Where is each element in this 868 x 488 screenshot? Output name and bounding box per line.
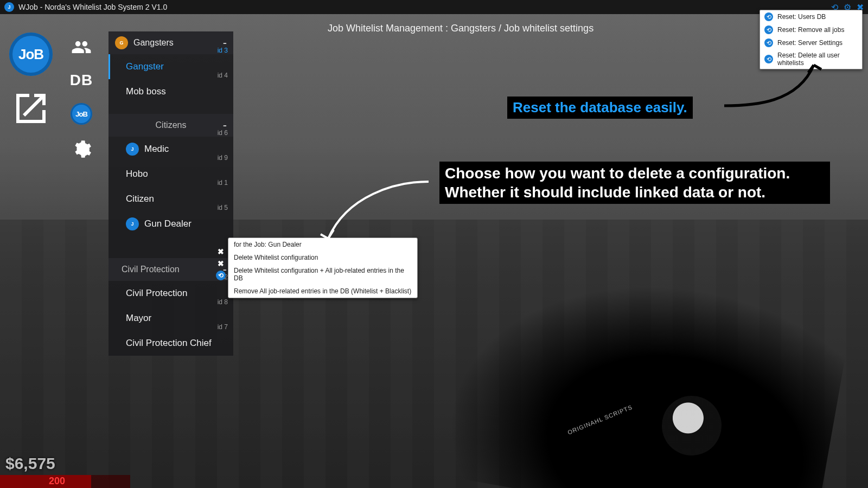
hud-healthbar-fill [0,475,91,488]
window-titlebar: J WJob - Norda's Whitelist Job System 2 … [0,0,868,14]
job-id: id 6 [218,129,228,137]
refresh-icon: ⟲ [764,55,773,63]
left-rail: JoB [7,33,55,130]
job-row-mayor[interactable]: Mayor [108,306,233,331]
job-id: id 7 [218,323,228,331]
job-id: id 4 [218,72,228,79]
ctx-title: for the Job: Gun Dealer [228,238,417,251]
reset-delete-all-whitelists[interactable]: ⟲Reset: Delete all user whitelists [760,49,862,69]
app-logo[interactable]: JoB [9,33,53,76]
job-id: id 9 [218,154,228,162]
delete-icon[interactable]: ✖ [216,259,226,268]
db-icon[interactable]: DB [70,72,93,89]
job-id: id 8 [218,298,228,306]
users-icon[interactable] [71,37,92,57]
breadcrumb: Job Whitelist Management : Gangsters / J… [328,23,593,34]
app-icon: J [4,2,14,12]
job-icon: J [126,143,139,156]
group-header-citizens[interactable]: Citizens - [108,114,233,137]
reset-server-settings[interactable]: ⟲Reset: Server Settings [760,36,862,49]
job-id: id 5 [218,204,228,211]
job-row-civilprotectionchief[interactable]: Civil Protection Chief [108,331,233,356]
refresh-icon: ⟲ [764,12,773,21]
group-icon: G [115,36,128,49]
group-header-gangsters[interactable]: G Gangsters - [108,31,233,54]
ctx-delete-config-and-db[interactable]: Delete Whitelist configuration + All job… [228,264,417,285]
nav-rail: DB JoB [65,37,98,159]
job-row-medic[interactable]: J Medic [108,137,233,162]
refresh-icon[interactable]: ⟲ [216,271,226,280]
job-row-hobo[interactable]: Hobo [108,162,233,187]
reset-menu: ⟲Reset: Users DB ⟲Reset: Remove all jobs… [760,10,863,69]
reset-users-db[interactable]: ⟲Reset: Users DB [760,10,862,23]
reset-remove-all-jobs[interactable]: ⟲Reset: Remove all jobs [760,23,862,36]
export-icon[interactable] [9,87,53,130]
callout-delete: Choose how you want to delete a configur… [439,162,830,204]
job-panel: G Gangsters - id 3 Gangster id 4 Mob bos… [108,31,233,356]
refresh-icon: ⟲ [764,38,773,47]
hud-health-value: 200 [49,476,65,487]
group-header-civilprotection[interactable]: Civil Protection - [108,258,233,281]
delete-icon[interactable]: ✖ [216,247,226,256]
ctx-icons: ✖ ✖ ⟲ [216,247,226,280]
job-row-gangster[interactable]: Gangster [108,54,233,79]
job-context-menu: for the Job: Gun Dealer Delete Whitelist… [228,237,418,298]
job-row-gundealer[interactable]: J Gun Dealer [108,211,233,236]
ctx-delete-config[interactable]: Delete Whitelist configuration [228,251,417,264]
job-row-civilprotection[interactable]: Civil Protection [108,281,233,306]
job-id: id 1 [218,179,228,187]
job-row-mobboss[interactable]: Mob boss [108,79,233,104]
job-id: id 3 [218,47,228,54]
hud-healthbar: 200 [0,475,130,488]
hud-money: $6,575 [5,454,55,473]
refresh-icon: ⟲ [764,25,773,34]
jobs-icon[interactable]: JoB [71,103,92,125]
job-row-citizen[interactable]: Citizen [108,187,233,211]
job-icon: J [126,217,139,230]
window-title: WJob - Norda's Whitelist Job System 2 V1… [18,3,167,11]
callout-reset: Reset the database easily. [507,97,693,119]
tools-icon[interactable] [71,139,92,159]
ctx-remove-db-entries[interactable]: Remove All job-related entries in the DB… [228,285,417,298]
